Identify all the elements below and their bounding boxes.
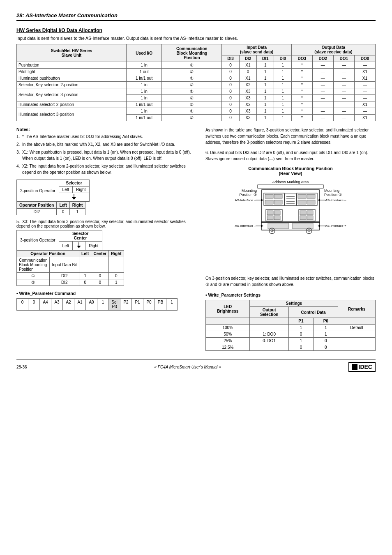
table-row: DI2 0 1 xyxy=(17,209,85,215)
svg-marker-50 xyxy=(318,225,320,227)
intro-text: Input data is sent from slaves to the AS… xyxy=(16,36,376,41)
selector2-data-table: Operator Position Left Right DI2 0 1 xyxy=(16,202,85,215)
write-param-cmd-title: • Write_Parameter Command xyxy=(16,291,197,296)
col-do3: DO3 xyxy=(291,55,312,62)
write-param-cmd-section: • Write_Parameter Command 0 0 A4 A3 A2 A… xyxy=(16,291,197,311)
svg-text:Address Marking Area: Address Marking Area xyxy=(272,180,309,184)
settings-table: LEDBrightness Settings Remarks OutputSel… xyxy=(205,300,376,351)
svg-marker-3 xyxy=(77,246,81,248)
selector3-label: 3-position Operator xyxy=(17,230,59,250)
bit-p1: P1 xyxy=(131,298,143,311)
right-column: As shown in the table and figure, 3-posi… xyxy=(205,127,376,351)
table-row: Pilot light 1 out ② 0011 *——X1 xyxy=(17,69,376,75)
selector2-label: 2-position Operator xyxy=(17,180,59,202)
col-di3: DI3 xyxy=(222,55,239,62)
svg-rect-14 xyxy=(265,200,273,204)
bit-row: 0 0 A4 A3 A2 A1 A0 1 SelP3 P2 P1 P0 PB 1 xyxy=(16,298,197,311)
col-do0: DO0 xyxy=(354,55,375,62)
svg-rect-38 xyxy=(300,211,306,215)
bit-a1: A1 xyxy=(74,298,85,311)
note-item-1: 1. * The AS-Interface master uses bit DO… xyxy=(16,134,197,140)
col-di1: DI1 xyxy=(257,55,274,62)
svg-rect-17 xyxy=(298,194,306,198)
bit-1: 0 xyxy=(28,298,39,311)
svg-rect-34 xyxy=(274,211,280,215)
svg-text:Mounting: Mounting xyxy=(242,189,257,193)
section-title: HW Series Digital I/O Data Allocation xyxy=(16,28,376,33)
bit-a3: A3 xyxy=(51,298,62,311)
col-brightness: LEDBrightness xyxy=(206,300,250,318)
svg-rect-36 xyxy=(274,216,280,220)
svg-rect-35 xyxy=(267,216,273,220)
table-row: Pushbutton 1 in ② 0X111 *——— xyxy=(17,62,376,69)
selector3-section: 3-position Operator SelectorCenter Left … xyxy=(16,230,197,286)
svg-rect-13 xyxy=(274,194,282,198)
svg-rect-33 xyxy=(267,211,273,215)
svg-marker-47 xyxy=(261,225,263,227)
col-control-data: Control Data xyxy=(288,307,338,318)
op-position-header: Operator Position xyxy=(17,202,57,209)
col-di0: DI0 xyxy=(274,55,291,62)
svg-text:AS-Interface –: AS-Interface – xyxy=(325,198,346,202)
svg-text:①: ① xyxy=(307,229,311,233)
note-item-3: 3. X1: When pushbutton is pressed, input… xyxy=(16,149,197,161)
selector2-right-label: Right xyxy=(73,187,89,193)
logo-square-icon xyxy=(352,364,357,370)
selector3-right-label: Right xyxy=(85,242,102,250)
svg-text:②: ② xyxy=(270,229,274,233)
svg-rect-18 xyxy=(307,194,315,198)
svg-rect-12 xyxy=(265,194,273,198)
left-column: Notes: 1. * The AS-Interface master uses… xyxy=(16,127,197,351)
note-item-4: 4. X2: The input data from 2-position se… xyxy=(16,163,197,175)
svg-marker-28 xyxy=(261,199,263,201)
table-row: Illuminated selector: 2-position 1 in/1 … xyxy=(17,101,376,108)
table-row: Selector, Key selector: 2-position 1 in … xyxy=(17,82,376,88)
table-row: 25% 0: DO1 1 0 xyxy=(206,338,376,344)
page-header: 28: AS-Interface Master Communication xyxy=(16,12,376,21)
bit-a4: A4 xyxy=(39,298,51,311)
col-do1: DO1 xyxy=(333,55,354,62)
table-row: Selector, Key selector: 3-position 1 in … xyxy=(17,88,376,95)
table-row: Illuminated pushbutton 1 in/1 out ② 0X11… xyxy=(17,75,376,82)
allocation-table: SwitchNet HW SeriesSlave Unit Used I/O C… xyxy=(16,44,376,121)
selector3-data-table: Operator Position Left Center Right Comm… xyxy=(16,250,124,286)
selector2-arrow-icon xyxy=(62,193,86,200)
note-item-5: 5. X3: The input data from 3-position se… xyxy=(16,219,197,228)
svg-text:Position ①: Position ① xyxy=(324,193,342,197)
selector3-header-table: 3-position Operator SelectorCenter Left … xyxy=(16,230,102,250)
selector2-section: 2-position Operator Selector Left Right xyxy=(16,180,197,215)
svg-rect-19 xyxy=(298,200,306,204)
selector2-header-table: 2-position Operator Selector Left Right xyxy=(16,180,90,202)
bit-p2: P2 xyxy=(120,298,131,311)
footer-center: « FC4A MicroSmart User's Manual » xyxy=(154,365,221,369)
two-col-layout: Notes: 1. * The AS-Interface master uses… xyxy=(16,127,376,351)
col-do2: DO2 xyxy=(312,55,333,62)
col-header-input-data: Input Data(slave send data) xyxy=(222,44,292,55)
table-row: ① DI2 1 0 0 xyxy=(17,273,124,279)
selector2-left-label: Left xyxy=(59,187,73,193)
svg-rect-39 xyxy=(307,211,313,215)
col-header-comm-pos: CommunicationBlock MountingPosition xyxy=(162,44,222,62)
selector3-header: SelectorCenter xyxy=(59,230,102,242)
mounting-diagram: Address Marking Area Mounting Position ②… xyxy=(233,177,348,272)
write-param-settings-section: • Write_Parameter Settings LEDBrightness… xyxy=(205,292,376,351)
svg-text:AS-Interface +: AS-Interface + xyxy=(325,224,346,228)
table-row: 100% 1 1 Default xyxy=(206,325,376,331)
svg-marker-31 xyxy=(318,199,320,201)
svg-text:AS-Interface +: AS-Interface + xyxy=(235,198,256,202)
col-header-device: SwitchNet HW SeriesSlave Unit xyxy=(17,44,127,62)
table-row: 50% 1: DO0 0 1 xyxy=(206,331,376,338)
bit-a2: A2 xyxy=(62,298,74,311)
diagram-container: Address Marking Area Mounting Position ②… xyxy=(205,177,376,272)
svg-marker-1 xyxy=(72,197,76,200)
col-remarks: Remarks xyxy=(338,300,376,318)
svg-text:AS-Interface –: AS-Interface – xyxy=(235,224,256,228)
svg-text:Position ②: Position ② xyxy=(239,193,257,197)
notes-title: Notes: xyxy=(16,127,197,132)
bit-sel-p3: SelP3 xyxy=(108,298,120,311)
notes-list: 1. * The AS-Interface master uses bit DO… xyxy=(16,134,197,175)
selector3-arrow-icon xyxy=(73,242,85,249)
bit-1c: 1 xyxy=(166,298,178,311)
bit-1b: 1 xyxy=(97,298,108,311)
col-settings: Settings xyxy=(250,300,338,307)
